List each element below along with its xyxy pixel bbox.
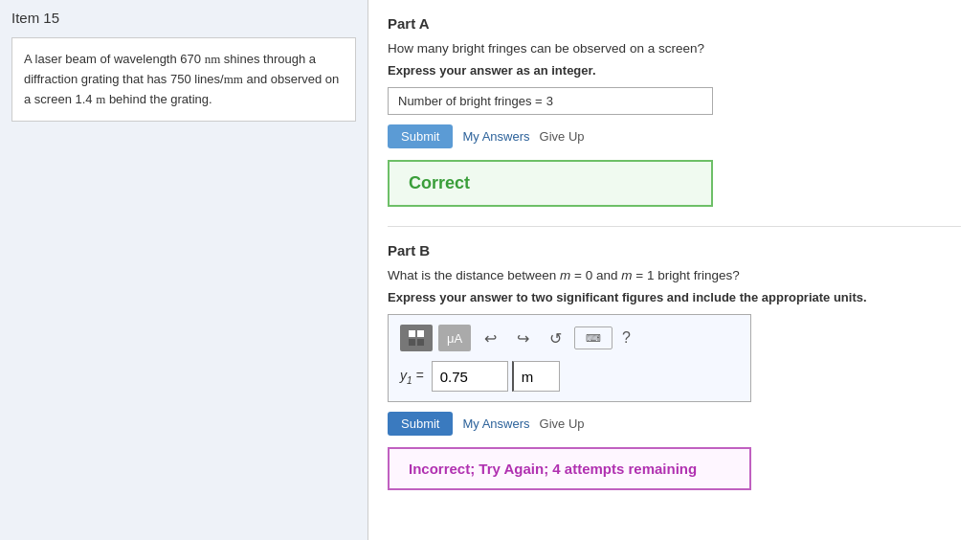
- part-divider: [388, 226, 961, 227]
- answer-input[interactable]: [432, 361, 508, 392]
- svg-rect-0: [409, 330, 415, 337]
- part-b-section: Part B What is the distance between m = …: [388, 242, 961, 490]
- refresh-button[interactable]: ↺: [542, 325, 568, 351]
- input-label: Number of bright fringes =: [398, 94, 543, 108]
- editor-toolbar: μA ↩ ↪ ↺ ⌨ ?: [400, 325, 739, 351]
- svg-rect-1: [417, 330, 424, 337]
- grid-icon-button[interactable]: [400, 325, 433, 351]
- part-b-my-answers-button[interactable]: My Answers: [462, 416, 529, 431]
- undo-button[interactable]: ↩: [477, 325, 503, 351]
- part-a-submit-button[interactable]: Submit: [388, 124, 453, 148]
- correct-box: Correct: [388, 160, 713, 207]
- item-title: Item 15: [11, 10, 356, 26]
- part-b-give-up-text: Give Up: [540, 416, 585, 431]
- keyboard-icon: ⌨: [586, 332, 601, 345]
- part-a-question: How many bright fringes can be observed …: [388, 41, 961, 56]
- incorrect-box: Incorrect; Try Again; 4 attempts remaini…: [388, 447, 751, 490]
- input-value: 3: [546, 94, 553, 108]
- refresh-icon: ↺: [549, 329, 562, 348]
- answer-row: y1 =: [400, 361, 739, 392]
- part-b-submit-button[interactable]: Submit: [388, 412, 453, 436]
- undo-icon: ↩: [484, 329, 497, 348]
- keyboard-button[interactable]: ⌨: [574, 326, 612, 349]
- y1-label: y1 =: [400, 368, 424, 386]
- unit-editor: μA ↩ ↪ ↺ ⌨ ? y1 =: [388, 314, 751, 402]
- part-b-btn-row: Submit My Answers Give Up: [388, 412, 961, 436]
- description-text: A laser beam of wavelength 670 nm shines…: [24, 52, 339, 106]
- part-a-give-up-text: Give Up: [540, 129, 585, 144]
- redo-icon: ↪: [517, 329, 529, 348]
- part-a-my-answers-button[interactable]: My Answers: [462, 129, 529, 144]
- sidebar: Item 15 A laser beam of wavelength 670 n…: [0, 0, 368, 540]
- part-a-section: Part A How many bright fringes can be ob…: [388, 15, 961, 207]
- unit-input[interactable]: [512, 361, 560, 392]
- incorrect-text: Incorrect; Try Again; 4 attempts remaini…: [409, 461, 697, 477]
- mu-a-button[interactable]: μA: [438, 325, 471, 351]
- svg-rect-2: [409, 339, 415, 346]
- part-b-label: Part B: [388, 242, 961, 259]
- part-a-btn-row: Submit My Answers Give Up: [388, 124, 961, 148]
- part-b-question: What is the distance between m = 0 and m…: [388, 268, 961, 282]
- part-b-express: Express your answer to two significant f…: [388, 290, 961, 304]
- part-a-express: Express your answer as an integer.: [388, 63, 961, 78]
- svg-rect-3: [417, 339, 424, 346]
- problem-description: A laser beam of wavelength 670 nm shines…: [11, 37, 356, 122]
- part-a-input-row: Number of bright fringes = 3: [388, 87, 713, 115]
- help-button[interactable]: ?: [618, 329, 635, 347]
- redo-button[interactable]: ↪: [509, 325, 536, 351]
- part-a-label: Part A: [388, 15, 961, 32]
- correct-text: Correct: [409, 173, 470, 192]
- main-content: Part A How many bright fringes can be ob…: [368, 0, 980, 540]
- help-icon: ?: [622, 329, 631, 346]
- mu-a-label: μA: [447, 331, 462, 346]
